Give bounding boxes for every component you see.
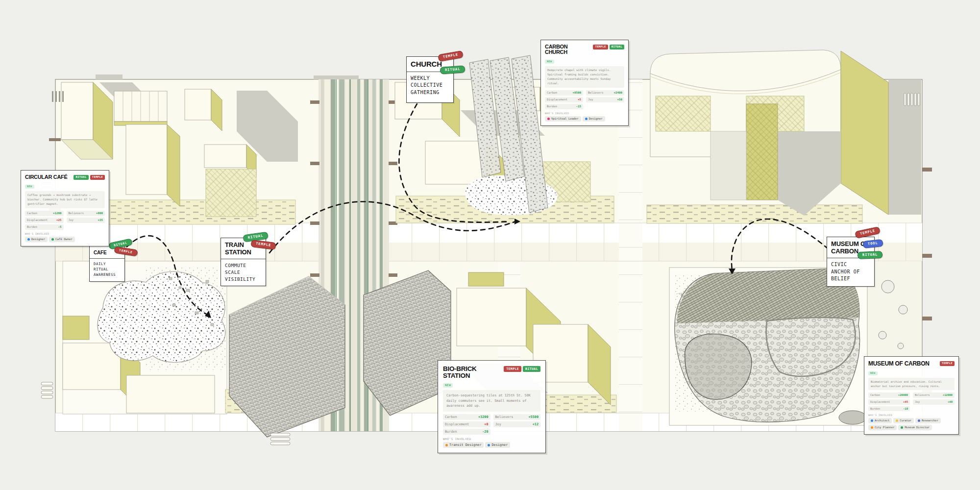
status-badge-new: NEW <box>545 60 554 64</box>
person-chip-designer: Designer <box>485 442 510 448</box>
stat-joy: Joy+40 <box>913 399 955 405</box>
person-chip-designer: Designer <box>583 116 605 122</box>
divider <box>90 258 124 259</box>
involved-heading: WHO'S INVOLVED <box>443 437 540 441</box>
card-title: MUSEUM OF CARBON <box>868 361 930 367</box>
person-chip-city-planner: City Planner <box>868 425 897 430</box>
involved-heading: WHO'S INVOLVED <box>545 112 624 115</box>
tag-ritual: RITUAL <box>523 366 540 372</box>
stat-believers: Believers+2400 <box>586 90 624 96</box>
tag-ritual: RITUAL <box>74 175 88 180</box>
person-chip-researcher: Researcher <box>915 418 941 423</box>
status-badge-new: NEW <box>868 371 878 375</box>
stat-burden: Burden-10 <box>868 406 910 412</box>
label-card-cafe[interactable]: RITUAL TEMPLE CAFE DAILY RITUAL AWARENES… <box>89 246 125 282</box>
detail-card-circular-cafe[interactable]: CIRCULAR CAFÉ NEW RITUAL TEMPLE Coffee g… <box>21 170 109 246</box>
label-card-train-station[interactable]: RITUAL TEMPLE TRAIN STATION COMMUTE SCAL… <box>220 238 266 286</box>
involved-heading: WHO'S INVOLVED <box>25 232 105 235</box>
card-description: Carbon-sequestering tiles at 125th St. 5… <box>443 390 540 412</box>
tag-temple: TEMPLE <box>504 366 521 372</box>
person-chip-museum-director: Museum Director <box>898 425 932 430</box>
detail-card-carbon-church[interactable]: CARBON CHURCH NEW TEMPLE RITUAL Hempcret… <box>540 40 629 126</box>
label-body: WEEKLY COLLECTIVE GATHERING <box>411 75 449 97</box>
involved-heading: WHO'S INVOLVED <box>868 414 955 416</box>
stat-carbon: Carbon+3200 <box>443 414 490 420</box>
card-description: Hempcrete chapel with climate vigils. Sp… <box>545 66 624 88</box>
label-card-church[interactable]: TEMPLE RITUAL CHURCH WEEKLY COLLECTIVE G… <box>406 56 454 103</box>
status-badge-new: NEW <box>443 383 453 388</box>
card-title: BIO-BRICK STATION <box>443 366 502 379</box>
person-chip-designer: Designer <box>25 237 48 242</box>
person-chip-spiritual-leader: Spiritual Leader <box>545 116 581 122</box>
stat-displacement: Displacement+5 <box>545 97 583 102</box>
tag-ritual: RITUAL <box>610 45 624 49</box>
tag-temple: TEMPLE <box>940 361 955 366</box>
stats-grid: Carbon+8500 Believers+2400 Displacement+… <box>545 90 624 109</box>
card-description: Coffee grounds → mushroom substrate → bi… <box>25 191 105 208</box>
stat-believers: Believers+800 <box>67 211 105 216</box>
canvas: RITUAL TEMPLE CAFE DAILY RITUAL AWARENES… <box>0 0 980 490</box>
stat-displacement: Displacement+8 <box>443 421 490 427</box>
stat-burden: Burden-20 <box>443 429 490 435</box>
card-title: CIRCULAR CAFÉ <box>25 174 68 180</box>
person-chip-architect: Architect <box>868 418 892 423</box>
person-chip-curator: Curator <box>893 418 914 423</box>
stat-carbon: Carbon+8500 <box>545 90 583 96</box>
detail-card-museum-of-carbon[interactable]: MUSEUM OF CARBON NEW TEMPLE Biomaterial … <box>864 356 959 435</box>
cafe-garden-blob <box>98 271 225 362</box>
tag-temple: TEMPLE <box>90 175 105 180</box>
stat-displacement: Displacement+25 <box>25 218 64 223</box>
stat-believers: Believers+5500 <box>493 414 541 420</box>
stat-displacement: Displacement+45 <box>868 399 910 405</box>
stats-grid: Carbon+1200 Believers+800 Displacement+2… <box>25 211 105 230</box>
person-chip-transit-designer: Transit Designer <box>443 442 484 448</box>
card-description: Biomaterial archive and education. Cultu… <box>868 378 955 390</box>
stat-joy: Joy+35 <box>67 218 105 223</box>
stat-joy: Joy+50 <box>586 97 624 102</box>
stat-burden: Burden-5 <box>25 224 64 230</box>
stat-believers: Believers+12000 <box>913 392 955 398</box>
stat-joy: Joy+12 <box>493 421 541 427</box>
stat-carbon: Carbon+1200 <box>25 211 64 216</box>
label-body: DAILY RITUAL AWARENESS <box>94 262 121 278</box>
label-body: CIVIC ANCHOR OF BELIEF <box>831 261 870 283</box>
status-badge-new: NEW <box>25 185 34 189</box>
person-chip-cafe-owner: Café Owner <box>49 237 75 242</box>
detail-card-bio-brick-station[interactable]: BIO-BRICK STATION NEW TEMPLE RITUAL Carb… <box>438 360 546 453</box>
tag-temple: TEMPLE <box>593 45 608 49</box>
stat-burden: Burden-15 <box>545 104 583 109</box>
stats-grid: Carbon+3200 Believers+5500 Displacement+… <box>443 414 540 435</box>
label-card-museum[interactable]: TEMPLE TOOL RITUAL MUSEUM OF CARBON CIVI… <box>827 237 875 287</box>
card-title: CARBON CHURCH <box>545 44 591 55</box>
stat-carbon: Carbon+20000 <box>868 392 910 398</box>
stats-grid: Carbon+20000 Believers+12000 Displacemen… <box>868 392 955 411</box>
sticker-ritual: RITUAL <box>857 251 882 259</box>
divider <box>221 259 266 259</box>
label-body: COMMUTE SCALE VISIBILITY <box>225 262 262 282</box>
